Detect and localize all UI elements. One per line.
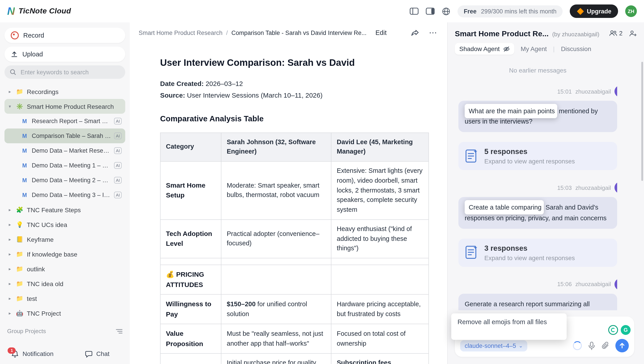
folder-icon: 📁 bbox=[16, 280, 24, 287]
notification-label: Notification bbox=[22, 350, 54, 357]
ai-badge: AI bbox=[114, 177, 122, 184]
search-bar[interactable] bbox=[4, 65, 125, 79]
document-body: User Interview Comparison: Sarah vs Davi… bbox=[130, 57, 447, 364]
extension-icon[interactable] bbox=[608, 325, 618, 335]
scrollbar-thumb[interactable] bbox=[641, 62, 643, 181]
chevron-right-icon: ▸ bbox=[7, 311, 12, 316]
tree-item-tnc-project[interactable]: ▸ 🤖 TNC Project bbox=[4, 306, 125, 321]
invite-user-icon[interactable] bbox=[629, 30, 637, 37]
highlighted-text: Create a table comparing bbox=[465, 200, 544, 215]
grammarly-icon[interactable]: G bbox=[621, 325, 630, 335]
tree-item-tnc-idea-old[interactable]: ▸ 📁 TNC idea old bbox=[4, 276, 125, 291]
table-row: Willingness to Pay $150–200 for unified … bbox=[160, 294, 429, 324]
col-header-david: David Lee (45, Marketing Manager) bbox=[331, 132, 429, 161]
source-line: Source: User Interview Sessions (March 1… bbox=[160, 90, 438, 102]
upgrade-label: Upgrade bbox=[587, 8, 611, 15]
date-created-line: Date Created: 2026–03–12 bbox=[160, 78, 438, 90]
tree-item-smart-home-product-research[interactable]: ▾ ✳️ Smart Home Product Research bbox=[4, 99, 125, 114]
tab-discussion[interactable]: Discussion bbox=[561, 45, 591, 52]
model-selector[interactable]: claude-sonnet–4–5 ⌄ bbox=[460, 340, 527, 351]
people-icon bbox=[609, 30, 618, 36]
table-row: Initial purchase price for quality Subsc… bbox=[160, 353, 429, 364]
send-button[interactable] bbox=[616, 339, 629, 352]
record-icon bbox=[11, 31, 19, 39]
notebook-icon: 📒 bbox=[16, 236, 24, 243]
tree-item-recordings[interactable]: ▸ 📁 Recordings bbox=[4, 84, 125, 99]
markdown-icon: M bbox=[20, 192, 28, 198]
chevron-right-icon: ▸ bbox=[7, 207, 12, 212]
tree-item-comparison-table[interactable]: M Comparison Table – Sarah v... AI bbox=[4, 128, 125, 143]
tree-item-outlink[interactable]: ▸ 📁 outlink bbox=[4, 261, 125, 276]
eye-off-icon[interactable] bbox=[503, 46, 510, 52]
tree-item-keyframe[interactable]: ▸ 📒 Keyframe bbox=[4, 232, 125, 247]
attachment-icon[interactable] bbox=[602, 342, 609, 350]
tab-shadow-agent[interactable]: Shadow Agent bbox=[455, 43, 514, 55]
collapse-list-icon[interactable] bbox=[116, 328, 122, 334]
browser-extension-icons: G bbox=[608, 325, 630, 335]
chevron-down-icon: ▾ bbox=[7, 104, 12, 109]
agent-panel: Smart Home Product Re... (by zhuozaabiga… bbox=[447, 22, 644, 364]
globe-icon[interactable] bbox=[442, 7, 450, 16]
col-header-category: Category bbox=[160, 132, 221, 161]
plan-usage-pill: Free 299/300 mins left this month bbox=[458, 5, 563, 17]
avatar: ZH bbox=[614, 278, 617, 290]
chevron-right-icon: ▸ bbox=[7, 222, 12, 227]
expand-responses-label: Expand to view agent responses bbox=[484, 254, 575, 261]
collaborators-button[interactable]: 2 bbox=[609, 30, 622, 37]
notification-tab[interactable]: 1 Notification bbox=[0, 350, 65, 357]
tree-item-test[interactable]: ▸ 📁 test bbox=[4, 291, 125, 306]
agent-responses-card[interactable]: 3 responses Expand to view agent respons… bbox=[458, 239, 617, 267]
user-message: Generate a research report summarizing a… bbox=[458, 294, 617, 310]
document-title: User Interview Comparison: Sarah vs Davi… bbox=[160, 57, 438, 68]
table-row: 💰 PRICING ATTITUDES bbox=[160, 265, 429, 294]
tree-item-demo-meeting-2[interactable]: M Demo Data – Meeting 2 – U... AI bbox=[4, 173, 125, 188]
no-earlier-messages: No earlier messages bbox=[458, 67, 617, 74]
ai-badge: AI bbox=[114, 147, 122, 154]
chevron-right-icon: ▸ bbox=[7, 281, 12, 286]
project-icon: ✳️ bbox=[16, 103, 24, 110]
microphone-icon[interactable] bbox=[588, 341, 595, 350]
gem-icon: 🔶 bbox=[577, 8, 584, 15]
chevron-right-icon: ▸ bbox=[7, 296, 12, 301]
toggle-left-panel-icon[interactable] bbox=[410, 8, 418, 15]
panel-byline: (by zhuozaabigail) bbox=[552, 31, 599, 38]
tree-item-demo-meeting-1[interactable]: M Demo Data – Meeting 1 – U... AI bbox=[4, 158, 125, 173]
tree-item-tnc-feature-steps[interactable]: ▸ 🧩 TNC Feature Steps bbox=[4, 202, 125, 217]
ai-badge: AI bbox=[114, 118, 122, 125]
section-title: Comparative Analysis Table bbox=[160, 114, 438, 123]
tree-item-tnc-ucs-idea[interactable]: ▸ 💡 TNC UCs idea bbox=[4, 217, 125, 232]
upload-label: Upload bbox=[22, 51, 43, 58]
user-avatar[interactable]: ZH bbox=[625, 5, 637, 17]
tree-item-research-report[interactable]: M Research Report – Smart H... AI bbox=[4, 114, 125, 128]
message-meta: 15:01 zhuozaabigail ZH bbox=[458, 86, 617, 97]
share-icon[interactable] bbox=[411, 29, 419, 36]
search-input[interactable] bbox=[20, 68, 120, 76]
table-row: Value Proposition Must be "really seamle… bbox=[160, 324, 429, 353]
markdown-icon: M bbox=[20, 133, 28, 139]
tree-item-if-knowledge-base[interactable]: ▸ 📁 If knowledge base bbox=[4, 247, 125, 261]
chevron-right-icon: ▸ bbox=[7, 89, 12, 94]
more-options-icon[interactable]: ⋯ bbox=[429, 29, 438, 37]
user-message: What are the main pain points mentioned … bbox=[458, 101, 617, 132]
document-area: Smart Home Product Research / Comparison… bbox=[130, 22, 447, 364]
toggle-right-panel-icon[interactable] bbox=[426, 8, 435, 15]
responses-count: 5 responses bbox=[484, 147, 575, 156]
message-meta: 15:06 zhuozaabigail ZH bbox=[458, 278, 617, 290]
chat-label: Chat bbox=[96, 350, 109, 357]
tab-my-agent[interactable]: My Agent bbox=[521, 45, 547, 52]
markdown-icon: M bbox=[20, 147, 28, 154]
upload-button[interactable]: Upload bbox=[4, 47, 125, 62]
upgrade-button[interactable]: 🔶 Upgrade bbox=[570, 5, 618, 18]
edit-button[interactable]: Edit bbox=[376, 29, 386, 36]
tree-item-demo-meeting-3[interactable]: M Demo Data – Meeting 3 – In... AI bbox=[4, 188, 125, 202]
agent-responses-card[interactable]: 5 responses Expand to view agent respons… bbox=[458, 142, 617, 170]
breadcrumb-parent[interactable]: Smart Home Product Research bbox=[139, 29, 222, 36]
chevron-right-icon: ▸ bbox=[7, 266, 12, 271]
folder-icon: 📁 bbox=[16, 88, 24, 95]
record-label: Record bbox=[23, 32, 44, 39]
record-button[interactable]: Record bbox=[4, 28, 125, 43]
avatar: ZH bbox=[614, 86, 617, 97]
tree-item-demo-market-research[interactable]: M Demo Data – Market Resea... AI bbox=[4, 143, 125, 158]
ai-badge: AI bbox=[114, 132, 122, 139]
chat-tab[interactable]: Chat bbox=[65, 350, 130, 357]
